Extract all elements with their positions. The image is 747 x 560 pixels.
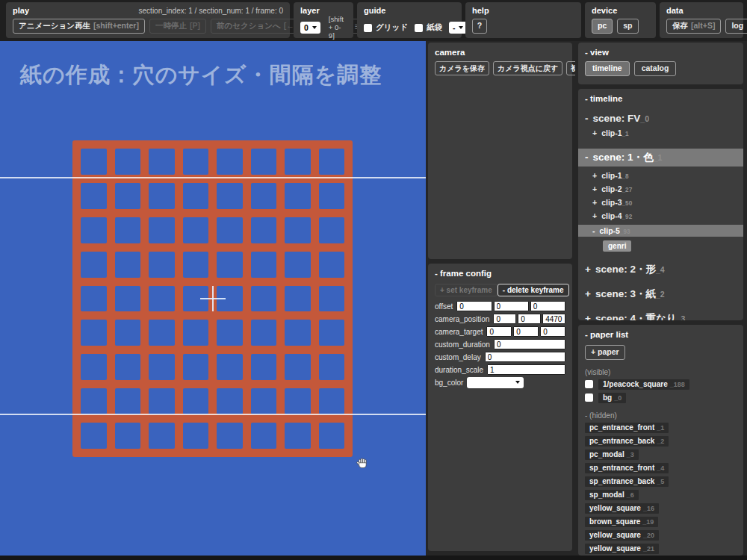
scene-row-1-color[interactable]: -scene: 1・色_1 [578, 149, 743, 167]
prev-section-button[interactable]: 前のセクションへ[←] [211, 19, 303, 34]
camera-position-z-input[interactable] [542, 314, 565, 324]
scene-row-2-shape[interactable]: +scene: 2・形_4 [585, 263, 737, 276]
bg-color-label: bg_color [435, 379, 465, 387]
scene-row-3-paper[interactable]: +scene: 3・紙_2 [585, 287, 737, 301]
grid-hole [81, 286, 107, 312]
camera-reset-view-button[interactable]: カメラ視点に戻す [493, 61, 562, 75]
play-animation-button[interactable]: アニメーション再生[shift+enter] [13, 19, 145, 34]
paper-item-name: brown_square [589, 517, 640, 526]
grid-hole [81, 217, 107, 243]
paper-bag-checkbox[interactable] [415, 24, 423, 32]
clip-row-selected[interactable]: -clip-5_93 [578, 225, 743, 237]
offset-y-input[interactable] [494, 301, 529, 311]
collapse-toggle[interactable]: + [585, 288, 591, 299]
paper-item-row: pc_entrance_front_1 [585, 423, 737, 433]
pause-shortcut: [P] [190, 22, 200, 31]
paper-bag-checkbox-label: 紙袋 [427, 22, 442, 33]
clip-row[interactable]: +clip-1_8 [592, 171, 737, 180]
grid-hole [251, 217, 277, 243]
set-keyframe-button[interactable]: + set keyframe [435, 284, 498, 296]
paper-item[interactable]: pc_entrance_front_1 [585, 423, 669, 433]
collapse-toggle[interactable]: - [592, 226, 595, 235]
camera-target-z-input[interactable] [540, 326, 565, 337]
collapse-toggle[interactable]: + [592, 128, 597, 137]
viewport-canvas[interactable]: 紙の作成：穴のサイズ・間隔を調整 [0, 41, 426, 556]
collapse-toggle[interactable]: + [592, 198, 597, 207]
paper-item[interactable]: brown_square_19 [585, 517, 658, 527]
collapse-toggle[interactable]: - [585, 152, 589, 163]
prev-section-button-label: 前のセクションへ [217, 22, 281, 31]
collapse-toggle[interactable]: + [585, 313, 591, 320]
layer-select[interactable]: 0 [300, 22, 320, 34]
collapse-toggle[interactable]: + [592, 211, 597, 220]
frame-config-title[interactable]: - frame config [435, 269, 565, 278]
clip-row[interactable]: +clip-4_92 [592, 211, 737, 220]
offset-z-input[interactable] [530, 301, 565, 311]
paper-item-row: yellow_square_20 [585, 530, 737, 541]
help-button[interactable]: ? [472, 19, 487, 34]
view-catalog-button[interactable]: catalog [634, 61, 677, 76]
add-paper-button[interactable]: + paper [585, 345, 625, 360]
visible-group-label: (visible) [585, 368, 737, 376]
collapse-toggle[interactable]: + [592, 184, 597, 193]
pause-button[interactable]: 一時停止[P] [149, 19, 206, 34]
paper-item[interactable]: bg_0 [598, 393, 626, 403]
delete-keyframe-button[interactable]: - delete keyframe [498, 284, 569, 296]
paper-visibility-checkbox[interactable] [585, 393, 593, 402]
paper-item[interactable]: pc_modal_3 [585, 449, 639, 460]
grid-hole [115, 320, 141, 346]
paper-item[interactable]: sp_entrance_back_5 [585, 476, 669, 487]
clip-index: _92 [622, 214, 633, 220]
camera-save-button[interactable]: カメラを保存 [435, 61, 489, 75]
camera-position-y-input[interactable] [518, 314, 541, 324]
paper-item[interactable]: sp_entrance_front_4 [585, 463, 669, 473]
paper-item[interactable]: yellow_square_20 [585, 530, 659, 541]
clip-row[interactable]: +clip-3_50 [592, 198, 737, 207]
paper-list-title[interactable]: - paper list [585, 330, 737, 339]
device-sp-button[interactable]: sp [617, 19, 638, 34]
paper-item[interactable]: yellow_square_16 [585, 503, 659, 514]
scene-row-4-overlap[interactable]: +scene: 4・重なり_3 [585, 312, 737, 320]
grid-hole [285, 423, 311, 449]
layer-section: layer 0 [shift + 0-9] [294, 2, 353, 38]
timeline-panel-title[interactable]: - timeline [585, 94, 737, 103]
duration-scale-input[interactable] [487, 364, 565, 375]
play-section: play section_index: 1 / section_num: 1 /… [6, 2, 290, 38]
hidden-group-label[interactable]: - (hidden) [585, 411, 737, 420]
log-button[interactable]: log [725, 19, 747, 34]
grid-hole [115, 149, 141, 175]
camera-position-x-input[interactable] [493, 314, 516, 324]
bg-color-select[interactable] [467, 377, 524, 388]
collapse-toggle[interactable]: + [592, 171, 597, 180]
genri-tag-button[interactable]: genri [603, 240, 631, 252]
guide-select[interactable]: - [449, 22, 468, 34]
grid-hole [149, 423, 175, 449]
collapse-toggle[interactable]: - [585, 113, 589, 124]
crosshair [212, 286, 214, 311]
paper-item-index: _5 [657, 478, 664, 485]
guide-select-value: - [453, 23, 456, 32]
camera-target-x-input[interactable] [486, 326, 512, 337]
scene-row-fv[interactable]: -scene: FV_0 [585, 113, 737, 124]
grid-hole [285, 388, 311, 414]
paper-item[interactable]: 1/peacock_square_188 [598, 379, 689, 390]
view-panel-title[interactable]: - view [585, 48, 737, 57]
paper-item-row: pc_modal_3 [585, 449, 737, 460]
save-button[interactable]: 保存[alt+S] [666, 19, 721, 34]
paper-item[interactable]: pc_entrance_back_2 [585, 436, 669, 447]
paper-item[interactable]: sp_modal_6 [585, 490, 639, 500]
grid-hole [115, 423, 141, 449]
grid-checkbox[interactable] [364, 24, 372, 32]
paper-item-row: yellow_square_21 [585, 544, 737, 554]
collapse-toggle[interactable]: + [585, 264, 591, 275]
view-timeline-button[interactable]: timeline [585, 61, 630, 76]
paper-visibility-checkbox[interactable] [585, 380, 593, 388]
camera-target-y-input[interactable] [513, 326, 539, 337]
custom-duration-input[interactable] [494, 339, 565, 349]
custom-delay-input[interactable] [485, 352, 565, 362]
clip-row[interactable]: +clip-1_1 [592, 128, 737, 137]
clip-row[interactable]: +clip-2_27 [592, 184, 737, 193]
device-pc-button[interactable]: pc [592, 19, 613, 34]
offset-x-input[interactable] [456, 301, 492, 311]
paper-item[interactable]: yellow_square_21 [585, 544, 659, 554]
